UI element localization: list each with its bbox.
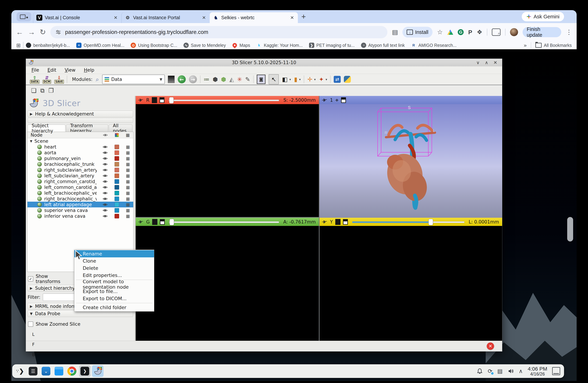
volume-icon[interactable] bbox=[507, 368, 514, 374]
module-shortcut-icon[interactable]: ⬢ bbox=[221, 76, 226, 82]
forward-icon[interactable]: → bbox=[28, 28, 35, 36]
visibility-eye-icon[interactable] bbox=[103, 174, 108, 177]
bookmarks-overflow-icon[interactable]: » bbox=[524, 42, 527, 48]
slice-links-icon[interactable] bbox=[335, 219, 340, 225]
node-row[interactable]: left atrial appendage bbox=[27, 202, 133, 207]
color-swatch[interactable] bbox=[115, 179, 119, 184]
python-console-icon[interactable] bbox=[344, 76, 351, 83]
apps-grid-icon[interactable]: ⊞ bbox=[16, 42, 21, 48]
node-row[interactable]: heart bbox=[27, 144, 133, 150]
mesh-grid-icon[interactable] bbox=[126, 151, 130, 155]
context-menu-item[interactable]: Edit properties... bbox=[74, 272, 154, 279]
slider-handle[interactable] bbox=[169, 219, 174, 225]
visibility-eye-icon[interactable] bbox=[103, 168, 108, 172]
tray-expand-icon[interactable]: ∧ bbox=[519, 368, 523, 374]
visibility-eye-icon[interactable] bbox=[103, 186, 108, 189]
yellow-slice-offset[interactable]: L: 0.0001mm bbox=[469, 219, 499, 225]
slice-links-icon[interactable] bbox=[152, 219, 157, 225]
menu-item[interactable]: Help bbox=[84, 67, 94, 73]
tab-search-button[interactable] bbox=[17, 12, 31, 21]
error-log-button[interactable]: ✕ bbox=[487, 343, 494, 350]
file-toolbar-button[interactable]: ⇩ SAVE bbox=[55, 75, 64, 84]
mesh-grid-icon[interactable] bbox=[126, 162, 130, 166]
yellow-slice-slider[interactable] bbox=[352, 219, 464, 225]
visibility-eye-icon[interactable] bbox=[103, 145, 108, 149]
node-row[interactable]: inferior vena cava bbox=[27, 213, 133, 219]
color-swatch[interactable] bbox=[115, 168, 119, 172]
green-slice-slider[interactable] bbox=[169, 219, 279, 225]
red-slice-slider[interactable] bbox=[168, 97, 279, 103]
context-menu-item[interactable] bbox=[74, 279, 154, 281]
extensions-manager-icon[interactable]: ⇄ bbox=[334, 76, 341, 83]
visibility-eye-icon[interactable] bbox=[103, 203, 108, 206]
module-selector[interactable]: Data ▼ bbox=[102, 75, 165, 84]
mesh-column-icon[interactable] bbox=[126, 133, 130, 137]
context-menu-item[interactable]: Convert model to segmentation node bbox=[74, 281, 154, 288]
taskbar-files-button[interactable] bbox=[53, 365, 65, 377]
taskbar-discover-button[interactable]: ⌄ bbox=[40, 365, 52, 377]
mesh-grid-icon[interactable] bbox=[126, 208, 130, 212]
help-acknowledgement-bar[interactable]: ▶ Help & Acknowledgement bbox=[28, 111, 133, 117]
module-shortcut-icon[interactable]: ✎ bbox=[245, 76, 250, 82]
context-menu-item[interactable] bbox=[74, 302, 154, 304]
module-history-icon[interactable] bbox=[168, 76, 174, 83]
extensions-puzzle-icon[interactable]: ❖ bbox=[477, 28, 482, 36]
color-swatch[interactable] bbox=[115, 197, 119, 201]
clipboard-icon[interactable]: ▤ bbox=[392, 28, 398, 36]
visibility-eye-icon[interactable] bbox=[103, 151, 108, 154]
module-shortcut-icon[interactable]: ≔ bbox=[204, 76, 210, 82]
slice-links-icon[interactable] bbox=[152, 97, 157, 103]
red-slice-view[interactable]: R S: -2.5000mm bbox=[136, 96, 319, 217]
mesh-grid-icon[interactable] bbox=[126, 179, 130, 184]
menu-item[interactable]: Edit bbox=[48, 67, 56, 73]
color-swatch[interactable] bbox=[115, 162, 119, 167]
color-swatch[interactable] bbox=[115, 202, 119, 207]
visibility-eye-icon[interactable] bbox=[103, 180, 108, 183]
taskbar-slicer-button[interactable] bbox=[92, 365, 104, 377]
taskbar-chrome-button[interactable] bbox=[66, 365, 78, 377]
mouse-mode-button[interactable]: ↖ bbox=[269, 74, 279, 84]
slice-menu-icon[interactable] bbox=[160, 219, 165, 225]
back-icon[interactable]: ← bbox=[16, 28, 23, 36]
window-maximize-icon[interactable]: ∧ bbox=[485, 60, 488, 65]
updates-icon[interactable]: ⟳ bbox=[488, 368, 492, 374]
slider-handle[interactable] bbox=[428, 219, 433, 225]
compare-view-icon[interactable]: ⧉ bbox=[40, 87, 44, 94]
app-launcher-button[interactable]: ∵❯ bbox=[14, 365, 26, 377]
tab-close-icon[interactable] bbox=[290, 14, 295, 21]
color-swatch[interactable] bbox=[115, 173, 119, 178]
pin-icon[interactable] bbox=[322, 98, 328, 102]
ruler-icon[interactable]: ▮ bbox=[294, 76, 297, 82]
finish-update-button[interactable]: Finish update bbox=[523, 27, 561, 37]
bookmark-item[interactable]: Maps bbox=[232, 43, 250, 48]
side-search-icon[interactable]: ⌕ bbox=[492, 28, 501, 36]
expand-triangle-icon[interactable]: ▼ bbox=[30, 139, 32, 143]
window-minimize-icon[interactable]: ∨ bbox=[476, 60, 480, 65]
taskbar-clock[interactable]: 4:06 PM 4/16/26 bbox=[528, 366, 547, 377]
mesh-grid-icon[interactable] bbox=[126, 168, 130, 172]
pin-icon[interactable] bbox=[322, 220, 328, 224]
context-menu-item[interactable]: Export to DICOM... bbox=[74, 295, 154, 302]
p-extension-icon[interactable]: P bbox=[468, 29, 472, 36]
node-row[interactable]: left_subclavian_artery bbox=[27, 173, 133, 179]
color-swatch[interactable] bbox=[115, 145, 119, 149]
context-menu-item[interactable]: Delete bbox=[74, 265, 154, 272]
taskbar-terminal-button[interactable]: ❯ bbox=[79, 365, 91, 377]
profile-avatar[interactable] bbox=[510, 28, 518, 36]
visibility-eye-icon[interactable] bbox=[103, 162, 108, 166]
window-close-icon[interactable]: ✕ bbox=[493, 60, 497, 65]
green-slice-view[interactable]: G A: -0.7617mm bbox=[136, 218, 319, 341]
color-column-icon[interactable] bbox=[115, 133, 119, 137]
visibility-eye-icon[interactable] bbox=[103, 209, 108, 212]
markup-point-icon[interactable]: ✛ bbox=[307, 76, 312, 82]
module-back-icon[interactable]: ← bbox=[178, 75, 186, 83]
module-shortcut-icon[interactable]: ✳ bbox=[237, 76, 242, 82]
visibility-eye-icon[interactable] bbox=[103, 157, 108, 160]
visibility-eye-icon[interactable] bbox=[103, 197, 108, 201]
module-shortcut-icon[interactable]: ⬢ bbox=[213, 76, 218, 82]
node-row[interactable]: right_common_carotid_artery bbox=[27, 179, 133, 184]
node-row[interactable]: pulmonary_vein bbox=[27, 155, 133, 161]
red-slice-canvas[interactable] bbox=[136, 104, 319, 217]
hierarchy-tab[interactable]: Subject hierarchy bbox=[28, 125, 65, 132]
green-slice-canvas[interactable] bbox=[136, 226, 319, 341]
